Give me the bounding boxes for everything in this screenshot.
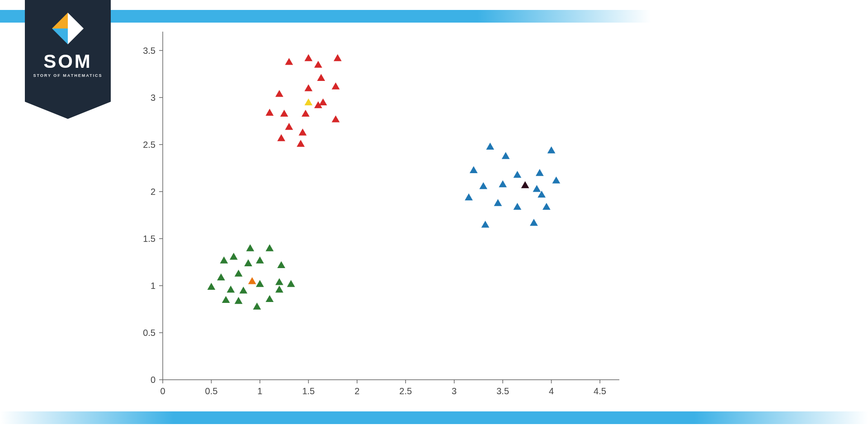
cluster-red-point (275, 90, 283, 97)
cluster-blue-centroid-point (521, 181, 529, 188)
cluster-green-point (240, 287, 248, 293)
x-tick-label: 4 (549, 386, 554, 396)
logo-subtitle: STORY OF MATHEMATICS (25, 73, 111, 78)
cluster-blue-point (530, 219, 538, 226)
cluster-red-point (319, 99, 327, 105)
cluster-blue-point (465, 193, 473, 200)
cluster-red-point (280, 110, 288, 117)
cluster-red-point (277, 134, 285, 141)
cluster-red-point (285, 123, 293, 130)
cluster-red-point (304, 54, 312, 61)
x-tick-label: 3 (452, 386, 457, 396)
cluster-red-point (314, 61, 322, 67)
cluster-blue-point (514, 171, 522, 178)
cluster-red-point (302, 110, 310, 117)
x-tick-label: 3.5 (496, 386, 509, 396)
cluster-green-point (217, 274, 225, 280)
cluster-blue-point (481, 221, 490, 227)
footer-accent-bar (0, 411, 868, 424)
cluster-red-point (334, 54, 342, 61)
cluster-green-point (227, 286, 235, 292)
cluster-red-point (299, 128, 307, 135)
x-tick-label: 1 (257, 386, 262, 396)
y-tick-label: 1.5 (143, 234, 156, 244)
cluster-blue-point (514, 203, 522, 210)
cluster-green-point (256, 280, 264, 287)
cluster-green-point (277, 261, 285, 268)
y-tick-label: 2.5 (143, 140, 156, 150)
cluster-red-point (297, 140, 305, 146)
cluster-red-point (332, 115, 340, 122)
cluster-blue-point (470, 166, 478, 173)
x-tick-label: 2.5 (399, 386, 412, 396)
cluster-green-point (266, 295, 274, 302)
logo-title: SOM (25, 51, 111, 72)
cluster-blue-point (486, 142, 494, 149)
cluster-green-point (256, 256, 264, 263)
cluster-blue-point (499, 180, 507, 187)
x-tick-label: 0 (160, 386, 165, 396)
cluster-green-point (287, 280, 295, 287)
cluster-blue-point (547, 146, 556, 153)
x-tick-label: 2 (354, 386, 359, 396)
y-tick-label: 3.5 (143, 46, 156, 56)
y-tick-label: 3 (151, 93, 156, 103)
cluster-green-point (235, 297, 243, 304)
cluster-green-point (220, 256, 228, 263)
x-tick-label: 0.5 (205, 386, 218, 396)
cluster-green-point (275, 278, 283, 285)
cluster-blue-point (536, 169, 544, 176)
site-logo-badge: SOM STORY OF MATHEMATICS (25, 0, 111, 102)
cluster-green-centroid-point (248, 277, 256, 284)
cluster-blue-point (533, 185, 541, 192)
cluster-green-point (230, 253, 238, 259)
x-tick-label: 4.5 (594, 386, 606, 396)
cluster-red-point (266, 109, 274, 116)
x-tick-label: 1.5 (302, 386, 315, 396)
cluster-green-point (275, 286, 283, 292)
cluster-blue-point (552, 176, 560, 183)
cluster-green-point (253, 302, 261, 309)
cluster-green-point (208, 283, 216, 290)
cluster-blue-point (502, 152, 510, 159)
cluster-red-point (332, 82, 340, 89)
cluster-red-point (317, 74, 325, 81)
cluster-blue-point (494, 199, 502, 206)
y-tick-label: 1 (151, 281, 156, 291)
scatter-chart: 00.511.522.533.544.500.511.522.533.5 (131, 27, 628, 407)
cluster-blue-point (542, 203, 551, 210)
y-tick-label: 2 (151, 187, 156, 197)
cluster-red-point (304, 84, 312, 91)
logo-mark-icon (52, 13, 84, 44)
cluster-green-point (244, 259, 252, 266)
header-accent-bar (0, 10, 868, 23)
cluster-red-centroid-point (304, 99, 312, 105)
cluster-red-point (285, 58, 293, 65)
cluster-green-point (266, 244, 274, 251)
cluster-green-point (235, 269, 243, 276)
y-tick-label: 0 (151, 375, 156, 385)
y-tick-label: 0.5 (143, 328, 156, 338)
cluster-green-point (246, 244, 255, 251)
cluster-blue-point (479, 182, 487, 189)
cluster-green-point (222, 296, 230, 303)
